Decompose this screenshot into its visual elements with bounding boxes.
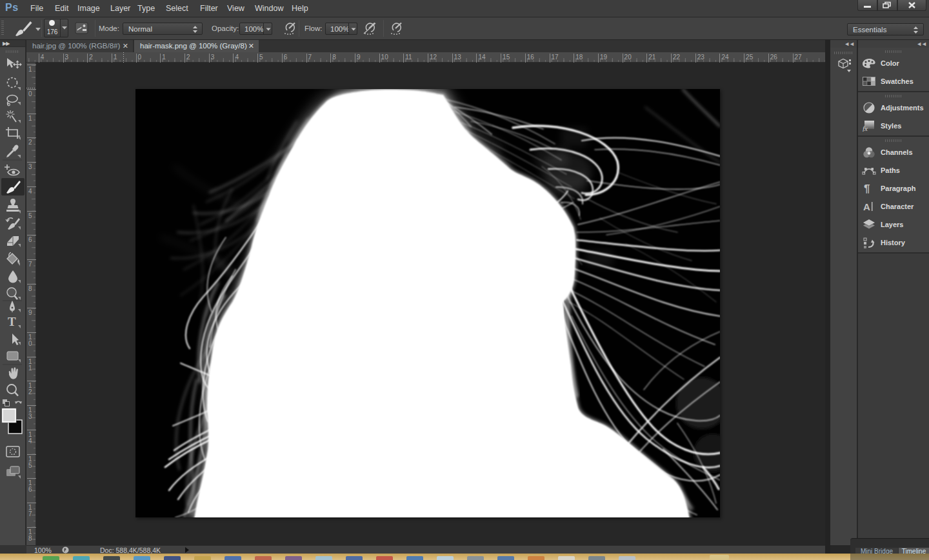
svg-text:fx: fx	[863, 125, 868, 132]
svg-text:¶: ¶	[864, 183, 870, 194]
svg-text:A: A	[863, 201, 870, 212]
svg-text:T: T	[8, 315, 16, 328]
